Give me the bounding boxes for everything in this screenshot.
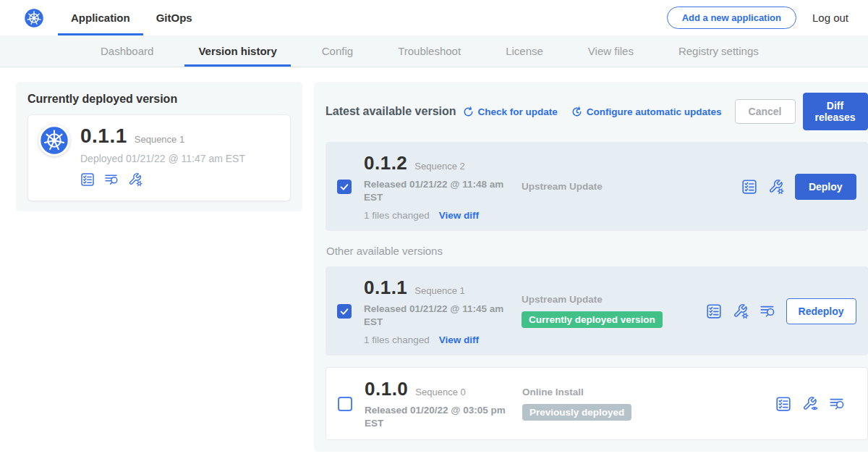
version-row-0-1-0: 0.1.0 Sequence 0 Released 01/20/22 @ 03:… (326, 367, 868, 440)
version-info: 0.1.1 Sequence 1 Released 01/21/22 @ 11:… (364, 277, 522, 345)
check-for-update-link[interactable]: Check for update (462, 106, 558, 118)
row-action-icons (706, 303, 775, 319)
version-number: 0.1.1 (364, 277, 407, 299)
tab-gitops[interactable]: GitOps (143, 0, 205, 35)
diff-releases-button[interactable]: Diff releases (803, 93, 868, 130)
version-checkbox[interactable] (337, 180, 352, 194)
sequence-label: Sequence 1 (414, 285, 464, 296)
version-history-panel: Latest available version Check for updat… (314, 82, 868, 452)
subtab-version-history[interactable]: Version history (176, 35, 299, 67)
edit-config-wrench-gear-icon[interactable] (128, 172, 142, 187)
version-row-0-1-1: 0.1.1 Sequence 1 Released 01/21/22 @ 11:… (326, 266, 868, 355)
view-diff-link[interactable]: View diff (439, 334, 479, 345)
currently-deployed-badge: Currently deployed version (522, 311, 663, 328)
version-source: Upstream Update (522, 181, 699, 192)
deployed-version-info: 0.1.1 Sequence 1 Deployed 01/21/22 @ 11:… (80, 125, 245, 191)
deploy-logs-icon[interactable] (760, 303, 775, 319)
subtab-config[interactable]: Config (299, 35, 375, 67)
released-timestamp: Released 01/21/22 @ 11:45 am EST (364, 303, 509, 328)
configure-auto-updates-link[interactable]: Configure automatic updates (571, 106, 722, 118)
deploy-button[interactable]: Deploy (795, 174, 856, 200)
previously-deployed-badge: Previously deployed (522, 404, 631, 421)
cancel-button[interactable]: Cancel (735, 99, 796, 124)
currently-deployed-card: Currently deployed version 0.1.1 Sequenc… (16, 82, 302, 211)
source-label: Upstream Update (522, 294, 699, 305)
version-info: 0.1.2 Sequence 2 Released 01/21/22 @ 11:… (364, 152, 522, 221)
clock-refresh-icon (571, 106, 583, 118)
latest-version-title: Latest available version (326, 105, 456, 118)
other-versions-header: Other available versions (326, 245, 868, 257)
kubernetes-logo (23, 7, 45, 29)
sequence-label: Sequence 0 (415, 387, 465, 397)
source-label: Upstream Update (522, 181, 699, 192)
configure-auto-updates-label: Configure automatic updates (587, 106, 722, 117)
top-nav: Application GitOps Add a new application… (0, 0, 868, 35)
edit-config-wrench-gear-icon[interactable] (733, 303, 749, 319)
view-diff-link[interactable]: View diff (439, 210, 479, 221)
checkmark-icon (339, 181, 350, 193)
sub-nav: Dashboard Version history Config Trouble… (0, 35, 868, 67)
released-timestamp: Released 01/21/22 @ 11:48 am EST (364, 178, 509, 203)
deployed-version-card: 0.1.1 Sequence 1 Deployed 01/21/22 @ 11:… (27, 114, 291, 201)
view-config-wrench-eye-icon[interactable] (802, 396, 818, 412)
add-application-button[interactable]: Add a new application (667, 7, 796, 29)
check-for-update-label: Check for update (478, 106, 558, 117)
subtab-dashboard[interactable]: Dashboard (78, 35, 176, 67)
tab-application[interactable]: Application (58, 0, 143, 35)
top-nav-tabs: Application GitOps (58, 0, 205, 35)
row-action-icons (775, 396, 845, 412)
version-source: Online Install Previously deployed (522, 387, 699, 421)
deployed-version-number: 0.1.1 (80, 125, 127, 148)
deploy-logs-icon[interactable] (829, 396, 845, 412)
subtab-view-files[interactable]: View files (566, 35, 656, 67)
sequence-label: Sequence 2 (414, 161, 464, 172)
preflight-checklist-icon[interactable] (706, 303, 722, 319)
edit-config-wrench-gear-icon[interactable] (768, 179, 784, 195)
files-changed-label: 1 files changed (364, 334, 430, 345)
deployed-timestamp: Deployed 01/21/22 @ 11:47 am EST (80, 153, 245, 164)
files-changed-label: 1 files changed (364, 210, 430, 221)
redeploy-button[interactable]: Redeploy (786, 298, 856, 324)
kubernetes-app-icon (38, 125, 70, 156)
top-nav-right: Add a new application Log out (667, 7, 848, 29)
main-content: Currently deployed version 0.1.1 Sequenc… (0, 67, 868, 452)
version-row-0-1-2: 0.1.2 Sequence 2 Released 01/21/22 @ 11:… (326, 142, 868, 231)
deployed-action-icons (80, 172, 245, 187)
version-source: Upstream Update Currently deployed versi… (522, 294, 699, 328)
preflight-checklist-icon[interactable] (741, 179, 757, 195)
subtab-license[interactable]: License (483, 35, 566, 67)
version-number: 0.1.0 (365, 378, 408, 400)
deployed-card-title: Currently deployed version (27, 93, 291, 106)
version-checkbox[interactable] (337, 304, 352, 319)
version-checkbox[interactable] (338, 397, 352, 411)
row-action-icons (741, 179, 784, 195)
latest-version-header: Latest available version Check for updat… (326, 93, 868, 130)
deploy-logs-icon[interactable] (104, 172, 119, 187)
logout-link[interactable]: Log out (812, 12, 848, 24)
released-timestamp: Released 01/20/22 @ 03:05 pm EST (365, 404, 509, 429)
source-label: Online Install (522, 387, 699, 397)
deployed-sequence-label: Sequence 1 (135, 134, 184, 145)
circular-arrow-icon (462, 106, 475, 118)
subtab-troubleshoot[interactable]: Troubleshoot (375, 35, 483, 67)
preflight-checklist-icon[interactable] (775, 396, 791, 412)
subtab-registry-settings[interactable]: Registry settings (656, 35, 781, 67)
version-info: 0.1.0 Sequence 0 Released 01/20/22 @ 03:… (365, 378, 522, 429)
preflight-checklist-icon[interactable] (80, 172, 95, 187)
version-number: 0.1.2 (364, 152, 407, 174)
checkmark-icon (339, 306, 350, 317)
